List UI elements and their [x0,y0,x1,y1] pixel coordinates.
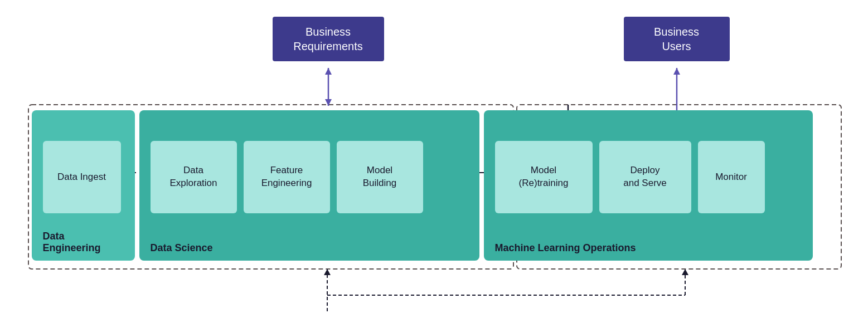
card-feature-engineering: FeatureEngineering [244,141,330,213]
card-model-retraining: Model(Re)training [495,141,593,213]
biz-users-label: BusinessUsers [654,26,699,52]
card-monitor: Monitor [698,141,765,213]
svg-marker-4 [325,68,332,75]
diagram-container: BusinessRequirements BusinessUsers [16,11,852,312]
ml-ops-cards: Model(Re)training Deployand Serve Monito… [495,121,802,233]
data-science-cards: DataExploration FeatureEngineering Model… [151,121,468,233]
section-label-data-engineering: DataEngineering [43,231,101,254]
card-model-building: ModelBuilding [337,141,423,213]
section-ml-ops: Model(Re)training Deployand Serve Monito… [484,110,813,261]
svg-marker-3 [325,99,332,106]
section-data-science: DataExploration FeatureEngineering Model… [139,110,479,261]
svg-marker-26 [324,269,331,275]
section-data-engineering: Data Ingest DataEngineering [32,110,135,261]
card-data-exploration: DataExploration [151,141,237,213]
card-data-ingest: Data Ingest [43,141,121,213]
section-label-data-science: Data Science [151,242,213,254]
card-deploy-serve: Deployand Serve [599,141,691,213]
svg-marker-7 [673,68,680,75]
business-users-box: BusinessUsers [624,17,730,61]
section-label-ml-ops: Machine Learning Operations [495,242,636,254]
business-requirements-box: BusinessRequirements [273,17,384,61]
data-eng-cards: Data Ingest [43,121,124,233]
svg-marker-25 [682,269,688,275]
biz-req-label: BusinessRequirements [293,26,363,52]
